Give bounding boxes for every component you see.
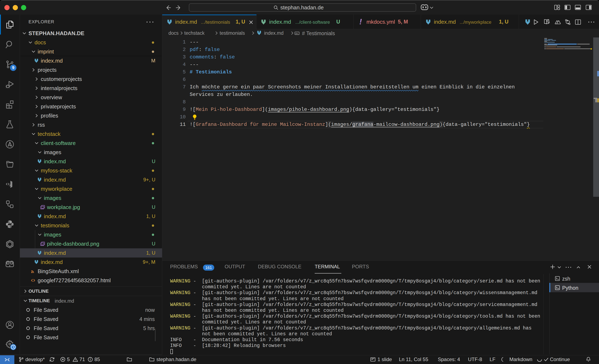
svg-text:abc: abc xyxy=(295,32,299,35)
